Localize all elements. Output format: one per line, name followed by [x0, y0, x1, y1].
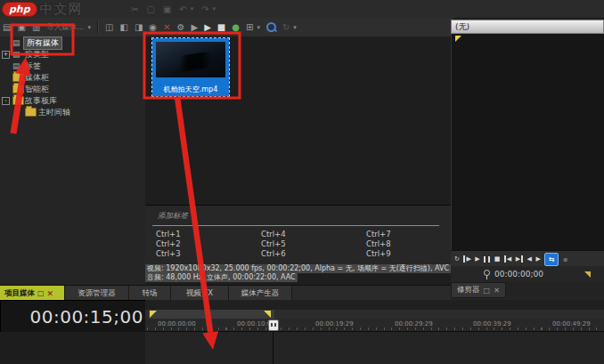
expand-plus-icon[interactable]: +	[2, 51, 10, 59]
shortcut-label: Ctrl+5	[261, 239, 366, 249]
tab-explorer[interactable]: 资源管理器	[65, 286, 129, 301]
ruler-tick-label: 00:00:00:00	[158, 320, 196, 328]
tag-icon: ▤	[12, 62, 20, 70]
go-to-end-icon[interactable]: ▶	[516, 255, 523, 263]
import-media-button[interactable]: 导入媒体...	[46, 22, 84, 33]
trimmer-preview[interactable]	[451, 34, 604, 250]
tag-shortcut-grid: Ctrl+1 Ctrl+4 Ctrl+7 Ctrl+2 Ctrl+5 Ctrl+…	[156, 230, 441, 259]
shortcut-label: Ctrl+6	[261, 249, 366, 259]
step-forward-icon[interactable]: ▶	[535, 255, 540, 263]
more-dropdown-icon[interactable]: ▾	[293, 24, 297, 31]
video-editor-window: php 中文网 ✂ ▢ ▣ ↶ ▾ ↷ ▾ ▤ ▣ ▥ 导入媒体... ▾ ◫ …	[0, 0, 604, 364]
close-icon[interactable]: ✕	[494, 286, 500, 295]
ruler-tick-label: 00:00:19:29	[315, 320, 354, 328]
add-tag-header: 添加标签	[158, 211, 188, 222]
import-media-icon[interactable]: ▥	[32, 22, 40, 32]
views-dropdown-icon[interactable]: ▾	[257, 24, 260, 31]
remove-icon[interactable]: ✕	[163, 22, 170, 32]
timeline-ruler[interactable]: 00:00:00:00 00:00:10:00 00:00:19:29 00:0…	[145, 319, 604, 332]
tab-transitions[interactable]: 转场	[129, 286, 171, 301]
trimmer-media-selector[interactable]: (无)	[451, 20, 604, 34]
tab-project-media[interactable]: 项目媒体 □ ✕	[0, 286, 65, 301]
step-back-icon[interactable]: ◀	[527, 255, 532, 263]
video-thumbnail-image	[156, 42, 225, 77]
video-info-text: 视频: 1920x1080x32, 25.000 fps, 00:00:22;0…	[145, 264, 451, 273]
record-icon[interactable]: ●	[232, 22, 240, 32]
preview-monitor-icon[interactable]: ◧	[119, 22, 127, 32]
sidebar-item-media-bins[interactable]: 媒体柜	[0, 72, 145, 83]
project-list-icon[interactable]: ▤	[3, 22, 11, 32]
loop-end-marker-icon[interactable]	[264, 311, 271, 318]
sidebar-item-tags[interactable]: ▤ 标签	[0, 61, 145, 71]
import-dropdown-icon[interactable]: ▾	[87, 24, 91, 31]
folder-icon	[12, 96, 24, 105]
play-from-start-icon[interactable]: ▶	[463, 255, 470, 263]
redo-dropdown-icon[interactable]: ▾	[213, 5, 216, 12]
stop-icon[interactable]: ■	[494, 255, 501, 263]
trimmer-tabbar: 修剪器 □ ✕	[451, 282, 604, 296]
undo-icon[interactable]: ↶	[179, 4, 186, 14]
trimmer-timecode-display[interactable]: 00:00:00;00	[494, 270, 543, 279]
php-logo: php	[2, 2, 37, 17]
playhead-line	[273, 331, 273, 364]
undo-dropdown-icon[interactable]: ▾	[191, 5, 194, 12]
properties-icon[interactable]: ◫	[105, 22, 113, 32]
trimmer-timecode-row: 00:00:00;00	[451, 266, 604, 282]
loop-playback-icon[interactable]: ↻	[454, 255, 460, 263]
audio-info-text: 音频: 48,000 Hz, 立体声, 00:00:22:00, AAC	[145, 273, 298, 282]
trimmer-transport-bar: ↻ ▶ ▶ ■ ◀ ▶ ◀ ▶ ⇆ ▪	[451, 250, 604, 267]
extra-icon: ▪	[563, 255, 567, 263]
settings-gear-icon[interactable]: ⚙	[176, 22, 184, 32]
project-media-panel: 机舱拍天空.mp4 添加标签 Ctrl+1 Ctrl+4 Ctrl+7 Ctrl…	[145, 36, 451, 285]
sidebar-item-smart-bins[interactable]: 智能柜	[0, 84, 145, 94]
timeline-area[interactable]: 00:00:00:00 00:00:10:00 00:00:19:29 00:0…	[145, 300, 604, 364]
views-grid-icon[interactable]: ⊞	[246, 22, 253, 32]
timeline-tracks[interactable]	[145, 331, 604, 364]
loop-start-marker-icon[interactable]	[150, 311, 157, 318]
window-dock-tabbar: 项目媒体 □ ✕ 资源管理器 转场 视频 FX 媒体产生器	[0, 285, 451, 301]
sidebar-item-all-media[interactable]: ▤ 所有媒体	[0, 37, 145, 48]
redo-icon[interactable]: ↷	[201, 4, 208, 14]
cn-logo-text: 中文网	[40, 1, 83, 18]
sidebar-item-main-timeline[interactable]: 主时间轴	[0, 107, 145, 117]
loop-region[interactable]	[149, 310, 274, 319]
media-file-name: 机舱拍天空.mp4	[152, 85, 229, 94]
play-icon[interactable]: ▶	[204, 22, 211, 32]
search-icon[interactable]	[266, 22, 276, 32]
pause-icon[interactable]	[484, 256, 490, 263]
shortcut-label: Ctrl+1	[156, 230, 261, 239]
media-sheet-icon: ▤	[12, 51, 20, 59]
auto-preview-icon[interactable]: ▶	[191, 22, 198, 32]
disc-icon[interactable]: ◉	[149, 22, 157, 32]
folder-icon	[25, 108, 37, 117]
go-to-start-icon[interactable]: ◀	[504, 255, 511, 263]
tab-media-generators[interactable]: 媒体产生器	[229, 286, 292, 301]
copy-icon[interactable]: ▢	[146, 4, 154, 14]
media-sheet-icon: ▤	[12, 39, 20, 47]
ruler-tick-label: 00:00:39:29	[473, 320, 511, 328]
refresh-icon[interactable]: ↻	[282, 22, 290, 32]
timeline-timecode-display[interactable]: 00:00:15;00	[0, 300, 152, 333]
play-icon[interactable]: ▶	[475, 255, 479, 263]
sidebar-item-storyboard-bins[interactable]: - 故事板库	[0, 95, 145, 106]
capture-icon[interactable]: ◨	[135, 22, 143, 32]
new-bin-icon[interactable]: ▣	[17, 22, 25, 32]
undock-icon[interactable]: □	[484, 287, 491, 295]
marker-triangle-icon	[584, 271, 591, 278]
close-icon[interactable]: ✕	[47, 289, 54, 298]
tab-video-fx[interactable]: 视频 FX	[171, 286, 229, 301]
stop-icon[interactable]: ■	[217, 22, 225, 32]
playhead-cursor[interactable]	[268, 320, 279, 331]
folder-icon	[12, 73, 24, 82]
undock-icon[interactable]: □	[37, 289, 45, 297]
marker-bar[interactable]	[145, 310, 604, 319]
loop-region-toggle-button[interactable]: ⇆	[544, 253, 559, 266]
media-thumbnail-selected[interactable]: 机舱拍天空.mp4	[152, 38, 229, 96]
paste-icon[interactable]: ▣	[163, 4, 171, 14]
media-info-bar: 视频: 1920x1080x32, 25.000 fps, 00:00:22;0…	[145, 264, 451, 282]
php-cn-watermark: php 中文网	[2, 0, 83, 18]
tab-trimmer[interactable]: 修剪器 □ ✕	[451, 282, 506, 298]
cut-icon[interactable]: ✂	[131, 4, 138, 14]
expand-minus-icon[interactable]: -	[2, 97, 10, 105]
sidebar-item-by-type[interactable]: + ▤ 按类型	[0, 49, 145, 60]
